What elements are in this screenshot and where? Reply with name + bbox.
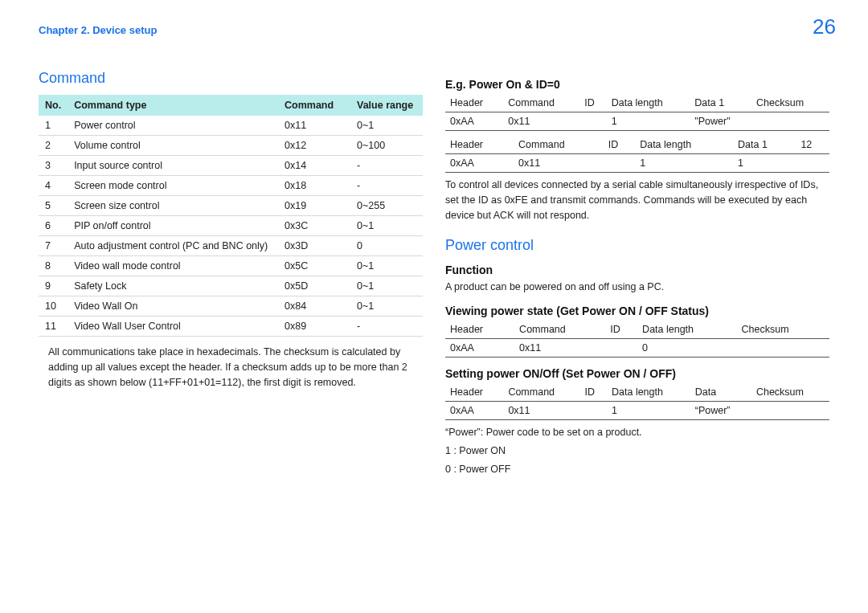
cell-no: 8 <box>39 256 68 276</box>
cell-cmd: 0x5D <box>278 276 350 296</box>
cell-type: Video wall mode control <box>68 256 278 276</box>
cell-type: PIP on/off control <box>68 216 278 236</box>
power-off-value: 0 : Power OFF <box>445 462 829 477</box>
cell-type: Volume control <box>68 136 278 156</box>
table-row: 9Safety Lock0x5D0~1 <box>39 276 423 296</box>
h: Header <box>445 321 514 339</box>
set-power-table: Header Command ID Data length Data Check… <box>445 383 829 420</box>
th-type: Command type <box>68 95 278 116</box>
eg-title: E.g. Power On & ID=0 <box>445 78 829 91</box>
c: “Power” <box>690 402 751 420</box>
view-power-title: Viewing power state (Get Power ON / OFF … <box>445 304 829 317</box>
section-title-power-control: Power control <box>445 237 829 254</box>
cell-range: - <box>350 317 423 337</box>
table-row: 7Auto adjustment control (PC and BNC onl… <box>39 236 423 256</box>
cell-type: Screen mode control <box>68 176 278 196</box>
c <box>751 402 829 420</box>
cell-cmd: 0x12 <box>278 136 350 156</box>
c: "Power" <box>690 112 751 131</box>
section-title-command: Command <box>39 70 423 87</box>
cell-no: 1 <box>39 116 68 136</box>
c: 0xAA <box>445 112 503 131</box>
cell-type: Safety Lock <box>68 276 278 296</box>
table-row: 5Screen size control0x190~255 <box>39 196 423 216</box>
command-footnote: All communications take place in hexadec… <box>48 345 423 390</box>
cell-cmd: 0x19 <box>278 196 350 216</box>
cell-no: 11 <box>39 317 68 337</box>
h: Header <box>445 94 503 112</box>
cell-cmd: 0x89 <box>278 317 350 337</box>
c: 0xAA <box>445 154 514 173</box>
cell-cmd: 0x5C <box>278 256 350 276</box>
cell-range: - <box>350 176 423 196</box>
h: Data length <box>607 94 690 112</box>
command-table: No. Command type Command Value range 1Po… <box>39 95 423 337</box>
power-on-value: 1 : Power ON <box>445 443 829 459</box>
cell-type: Video Wall User Control <box>68 317 278 337</box>
h: Data 1 <box>690 94 751 112</box>
h: ID <box>580 383 607 402</box>
h: Data 1 <box>733 136 796 154</box>
h: Checksum <box>751 383 829 402</box>
c: 1 <box>607 112 690 131</box>
h: Data length <box>607 383 690 402</box>
cell-type: Power control <box>68 116 278 136</box>
table-row: 3Input source control0x14- <box>39 156 423 176</box>
serial-note: To control all devices connected by a se… <box>445 178 829 223</box>
cell-no: 6 <box>39 216 68 236</box>
cell-cmd: 0x84 <box>278 296 350 317</box>
h: 12 <box>796 136 829 154</box>
c: 0xAA <box>445 402 503 420</box>
h: Header <box>445 136 514 154</box>
eg-table-1: Header Command ID Data length Data 1 Che… <box>445 94 829 131</box>
h: ID <box>605 321 637 339</box>
c <box>751 112 829 131</box>
c <box>604 154 635 173</box>
h: Checksum <box>751 94 829 112</box>
cell-range: 0~1 <box>350 276 423 296</box>
h: Data length <box>637 321 736 339</box>
table-row: 2Volume control0x120~100 <box>39 136 423 156</box>
eg-table-2: Header Command ID Data length Data 1 12 … <box>445 136 829 173</box>
cell-no: 7 <box>39 236 68 256</box>
h: Data length <box>635 136 733 154</box>
c <box>579 112 606 131</box>
c: 0x11 <box>503 112 579 131</box>
c: 1 <box>635 154 733 173</box>
c: 0 <box>637 339 736 358</box>
cell-cmd: 0x3C <box>278 216 350 236</box>
h: Command <box>514 136 604 154</box>
h: Command <box>514 321 605 339</box>
function-text: A product can be powered on and off usin… <box>445 280 829 295</box>
cell-range: 0~255 <box>350 196 423 216</box>
c: 0x11 <box>514 339 605 358</box>
c: 1 <box>733 154 796 173</box>
page-number: 26 <box>813 14 836 39</box>
cell-no: 5 <box>39 196 68 216</box>
h: ID <box>604 136 635 154</box>
cell-no: 4 <box>39 176 68 196</box>
cell-cmd: 0x3D <box>278 236 350 256</box>
th-range: Value range <box>350 95 423 116</box>
c <box>580 402 607 420</box>
cell-range: 0 <box>350 236 423 256</box>
cell-type: Auto adjustment control (PC and BNC only… <box>68 236 278 256</box>
table-row: 6PIP on/off control0x3C0~1 <box>39 216 423 236</box>
cell-range: 0~1 <box>350 256 423 276</box>
h: Header <box>445 383 503 402</box>
cell-cmd: 0x11 <box>278 116 350 136</box>
table-row: 10Video Wall On0x840~1 <box>39 296 423 317</box>
c <box>605 339 637 358</box>
chapter-breadcrumb: Chapter 2. Device setup <box>39 24 829 36</box>
table-row: 8Video wall mode control0x5C0~1 <box>39 256 423 276</box>
c <box>737 339 830 358</box>
h: ID <box>579 94 606 112</box>
cell-range: 0~1 <box>350 216 423 236</box>
view-power-table: Header Command ID Data length Checksum 0… <box>445 321 829 358</box>
cell-no: 10 <box>39 296 68 317</box>
cell-range: 0~1 <box>350 116 423 136</box>
table-row: 4Screen mode control0x18- <box>39 176 423 196</box>
cell-type: Input source control <box>68 156 278 176</box>
c <box>796 154 829 173</box>
table-row: 11Video Wall User Control0x89- <box>39 317 423 337</box>
